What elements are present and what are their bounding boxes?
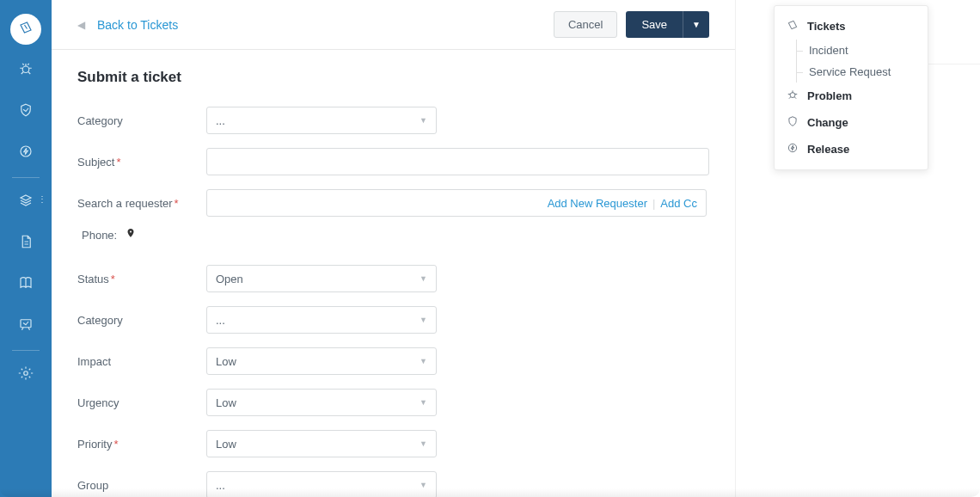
bolt-icon [18, 144, 34, 163]
required-mark: * [175, 197, 179, 210]
sidebar-item-book[interactable] [10, 269, 41, 300]
dropdown-label: Problem [807, 89, 852, 102]
label-category-2: Category [77, 314, 206, 327]
row-urgency: Urgency Low ▼ [77, 389, 709, 416]
select-value: Low [216, 438, 236, 451]
header-actions: Cancel Save ▼ [554, 11, 709, 38]
label-group: Group [77, 479, 206, 492]
required-mark: * [111, 273, 115, 285]
chevron-down-icon: ▼ [420, 116, 427, 125]
dropdown-label: Service Request [809, 65, 891, 78]
select-status[interactable]: Open ▼ [206, 265, 437, 292]
row-priority: Priority* Low ▼ [77, 430, 709, 457]
add-new-requester-link[interactable]: Add New Requester [548, 197, 647, 210]
cancel-button[interactable]: Cancel [554, 11, 617, 38]
bug-icon [18, 61, 34, 80]
chevron-down-icon: ▼ [420, 274, 427, 283]
select-value: ... [216, 479, 225, 492]
chevron-down-icon: ▼ [420, 357, 427, 365]
save-button-group: Save ▼ [626, 11, 709, 38]
chevron-down-icon: ▼ [420, 481, 427, 489]
svg-point-4 [790, 93, 795, 98]
sidebar-item-bug[interactable] [10, 55, 41, 86]
sidebar-item-doc[interactable] [10, 228, 41, 259]
row-category: Category ... ▼ [77, 107, 709, 134]
save-dropdown-button[interactable]: ▼ [683, 11, 709, 38]
label-urgency: Urgency [77, 396, 206, 409]
requester-input[interactable]: Add New Requester | Add Cc [206, 189, 707, 217]
form-area: Submit a ticket Category ... ▼ Subject* … [52, 50, 735, 497]
more-dots-icon: ⋮ [38, 194, 46, 204]
dropdown-item-change[interactable]: Change [775, 109, 928, 136]
sidebar-item-shield[interactable] [10, 96, 41, 127]
back-label: Back to Tickets [97, 18, 178, 32]
dropdown-label: Tickets [807, 20, 846, 33]
label-impact: Impact [77, 355, 206, 368]
select-category-2[interactable]: ... ▼ [206, 306, 437, 334]
add-cc-link[interactable]: Add Cc [660, 197, 697, 210]
svg-point-0 [22, 66, 29, 73]
ticket-icon [787, 19, 799, 34]
svg-point-3 [24, 371, 28, 376]
subject-input[interactable] [206, 148, 709, 175]
sidebar-item-bolt[interactable] [10, 138, 41, 169]
label-priority: Priority* [77, 438, 206, 451]
select-urgency[interactable]: Low ▼ [206, 389, 437, 416]
select-value: Open [216, 273, 243, 285]
separator: | [652, 197, 655, 210]
chevron-down-icon: ▼ [420, 439, 427, 448]
chevron-down-icon: ▼ [420, 398, 427, 407]
shield-icon [787, 115, 799, 130]
dropdown-item-tickets[interactable]: Tickets [775, 13, 928, 40]
select-impact[interactable]: Low ▼ [206, 347, 437, 375]
select-category[interactable]: ... ▼ [206, 107, 437, 134]
dropdown-item-release[interactable]: Release [775, 136, 928, 163]
select-priority[interactable]: Low ▼ [206, 430, 437, 457]
stack-icon [18, 193, 34, 212]
row-phone: Phone: [82, 227, 709, 242]
book-icon [18, 275, 34, 294]
main-panel: ◀ Back to Tickets Cancel Save ▼ Submit a… [52, 0, 735, 497]
dropdown-item-service-request[interactable]: Service Request [775, 61, 928, 83]
left-sidebar: ⋮ [0, 0, 52, 497]
ticket-icon [18, 20, 34, 39]
label-category: Category [77, 114, 206, 127]
select-value: ... [216, 114, 225, 127]
row-group: Group ... ▼ [77, 471, 709, 497]
dropdown-label: Incident [809, 44, 848, 57]
required-mark: * [116, 156, 120, 169]
svg-point-5 [788, 144, 796, 151]
bug-icon [787, 89, 799, 103]
label-requester: Search a requester* [77, 197, 206, 210]
sidebar-item-stack[interactable]: ⋮ [10, 187, 41, 218]
doc-icon [18, 234, 34, 253]
row-subject: Subject* [77, 148, 709, 175]
bolt-icon [787, 142, 799, 156]
badge-icon [18, 316, 34, 335]
save-button[interactable]: Save [626, 11, 683, 38]
sidebar-item-tickets[interactable] [10, 14, 41, 45]
page-title: Submit a ticket [77, 69, 709, 86]
select-group[interactable]: ... ▼ [206, 471, 437, 497]
svg-rect-2 [21, 320, 31, 328]
select-value: Low [216, 396, 236, 409]
label-status: Status* [77, 273, 206, 285]
row-category-2: Category ... ▼ [77, 306, 709, 334]
header-bar: ◀ Back to Tickets Cancel Save ▼ [52, 0, 735, 50]
dropdown-label: Change [807, 116, 848, 129]
location-pin-icon [126, 227, 136, 242]
label-subject: Subject* [77, 156, 206, 169]
sidebar-item-badge[interactable] [10, 310, 41, 341]
back-to-tickets-link[interactable]: ◀ Back to Tickets [77, 18, 178, 32]
select-value: ... [216, 314, 225, 327]
sidebar-item-gear[interactable] [10, 359, 41, 390]
new-item-dropdown: Tickets Incident Service Request Problem… [774, 5, 928, 170]
dropdown-label: Release [807, 143, 849, 156]
shield-icon [18, 102, 34, 121]
dropdown-item-incident[interactable]: Incident [775, 40, 928, 61]
select-value: Low [216, 355, 236, 368]
dropdown-item-problem[interactable]: Problem [775, 83, 928, 109]
sidebar-separator [12, 177, 40, 178]
sidebar-separator-2 [12, 350, 40, 351]
label-phone: Phone: [82, 229, 117, 242]
